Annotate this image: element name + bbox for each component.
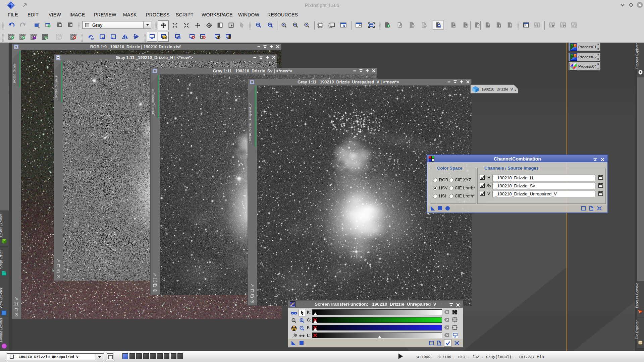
svg-text:24: 24 bbox=[163, 36, 166, 39]
